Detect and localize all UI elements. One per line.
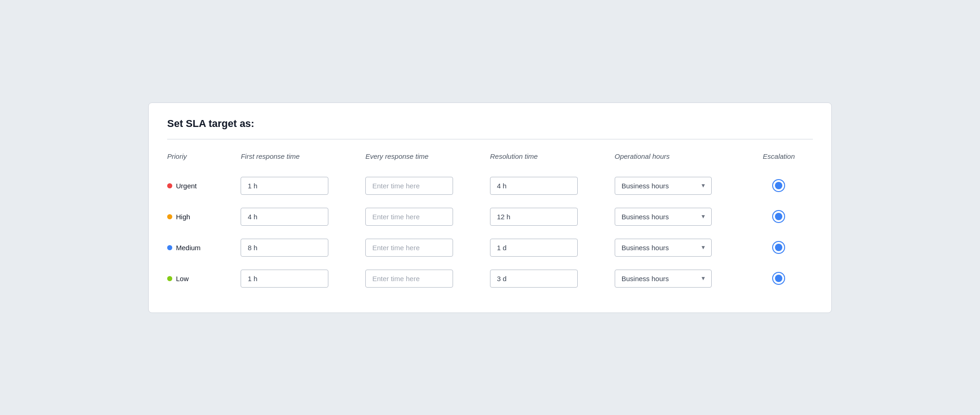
priority-dot-low xyxy=(167,276,172,281)
operational-hours-dropdown-wrapper-medium: Business hours24/7Custom▼ xyxy=(615,239,712,257)
priority-label-medium: Medium xyxy=(176,244,200,252)
priority-label-low: Low xyxy=(176,275,189,283)
table-row: Urgent Business hours24/7Custom▼ xyxy=(167,170,813,201)
priority-label-urgent: Urgent xyxy=(176,182,197,190)
resolution-cell-urgent xyxy=(490,170,615,201)
first-response-input-urgent[interactable] xyxy=(241,177,328,195)
escalation-radio-urgent[interactable] xyxy=(772,179,785,192)
table-row: High Business hours24/7Custom▼ xyxy=(167,201,813,232)
resolution-input-urgent[interactable] xyxy=(490,177,578,195)
divider xyxy=(167,139,813,139)
resolution-input-medium[interactable] xyxy=(490,239,578,257)
operational-hours-cell-urgent: Business hours24/7Custom▼ xyxy=(615,170,745,201)
sla-card: Set SLA target as: Prioriy First respons… xyxy=(148,102,832,313)
priority-cell-medium: Medium xyxy=(167,232,241,263)
sla-table: Prioriy First response time Every respon… xyxy=(167,152,813,294)
every-response-cell-urgent xyxy=(365,170,490,201)
priority-cell-high: High xyxy=(167,201,241,232)
card-title: Set SLA target as: xyxy=(167,118,813,130)
operational-hours-select-high[interactable]: Business hours24/7Custom xyxy=(615,208,712,226)
table-row: Medium Business hours24/7Custom▼ xyxy=(167,232,813,263)
escalation-cell-low xyxy=(745,263,813,294)
priority-dot-high xyxy=(167,214,172,219)
every-response-cell-low xyxy=(365,263,490,294)
escalation-cell-urgent xyxy=(745,170,813,201)
priority-label-high: High xyxy=(176,213,190,221)
resolution-input-low[interactable] xyxy=(490,270,578,288)
resolution-input-high[interactable] xyxy=(490,208,578,226)
col-header-every-response: Every response time xyxy=(365,152,490,170)
first-response-cell-urgent xyxy=(241,170,365,201)
priority-cell-low: Low xyxy=(167,263,241,294)
every-response-input-high[interactable] xyxy=(365,208,453,226)
table-row: Low Business hours24/7Custom▼ xyxy=(167,263,813,294)
first-response-input-low[interactable] xyxy=(241,270,328,288)
priority-cell-urgent: Urgent xyxy=(167,170,241,201)
operational-hours-dropdown-wrapper-high: Business hours24/7Custom▼ xyxy=(615,208,712,226)
every-response-cell-medium xyxy=(365,232,490,263)
operational-hours-cell-high: Business hours24/7Custom▼ xyxy=(615,201,745,232)
every-response-input-urgent[interactable] xyxy=(365,177,453,195)
first-response-cell-low xyxy=(241,263,365,294)
every-response-cell-high xyxy=(365,201,490,232)
escalation-cell-high xyxy=(745,201,813,232)
resolution-cell-high xyxy=(490,201,615,232)
escalation-radio-low[interactable] xyxy=(772,272,785,285)
escalation-radio-high[interactable] xyxy=(772,210,785,223)
col-header-operational-hours: Operational hours xyxy=(615,152,745,170)
first-response-cell-medium xyxy=(241,232,365,263)
operational-hours-select-low[interactable]: Business hours24/7Custom xyxy=(615,270,712,288)
col-header-first-response: First response time xyxy=(241,152,365,170)
col-header-priority: Prioriy xyxy=(167,152,241,170)
col-header-escalation: Escalation xyxy=(745,152,813,170)
operational-hours-dropdown-wrapper-low: Business hours24/7Custom▼ xyxy=(615,270,712,288)
operational-hours-select-urgent[interactable]: Business hours24/7Custom xyxy=(615,177,712,195)
resolution-cell-medium xyxy=(490,232,615,263)
operational-hours-cell-low: Business hours24/7Custom▼ xyxy=(615,263,745,294)
resolution-cell-low xyxy=(490,263,615,294)
operational-hours-select-medium[interactable]: Business hours24/7Custom xyxy=(615,239,712,257)
operational-hours-cell-medium: Business hours24/7Custom▼ xyxy=(615,232,745,263)
escalation-radio-medium[interactable] xyxy=(772,241,785,254)
every-response-input-low[interactable] xyxy=(365,270,453,288)
first-response-input-high[interactable] xyxy=(241,208,328,226)
escalation-cell-medium xyxy=(745,232,813,263)
operational-hours-dropdown-wrapper-urgent: Business hours24/7Custom▼ xyxy=(615,177,712,195)
first-response-input-medium[interactable] xyxy=(241,239,328,257)
every-response-input-medium[interactable] xyxy=(365,239,453,257)
col-header-resolution: Resolution time xyxy=(490,152,615,170)
priority-dot-urgent xyxy=(167,183,172,188)
priority-dot-medium xyxy=(167,245,172,250)
first-response-cell-high xyxy=(241,201,365,232)
